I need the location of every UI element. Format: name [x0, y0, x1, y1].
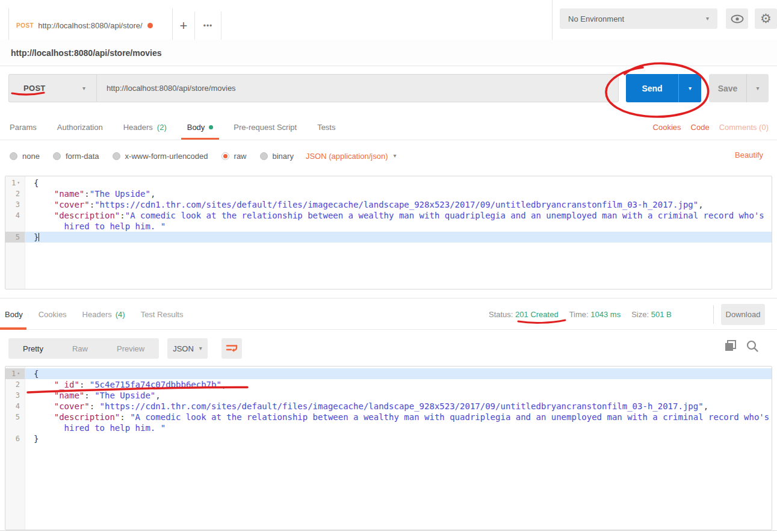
save-button[interactable]: Save: [709, 74, 746, 102]
cookies-link[interactable]: Cookies: [653, 123, 681, 132]
method-select[interactable]: POST ▾: [8, 74, 96, 102]
code-link[interactable]: Code: [691, 123, 710, 132]
request-body-editor[interactable]: 1▾{2 "name":"The Upside",3 "cover":"http…: [5, 176, 772, 289]
line-number-value: 3: [16, 199, 20, 210]
line-number-value: 6: [16, 433, 20, 444]
comments-0-link[interactable]: Comments (0): [719, 123, 769, 132]
token-key: "description": [54, 412, 120, 422]
radio-icon: [10, 152, 17, 160]
line-number-value: 4: [16, 210, 20, 221]
environment-quicklook-button[interactable]: [726, 8, 748, 29]
download-button[interactable]: Download: [721, 304, 765, 325]
token-str: "https://cdn1.thr.com/sites/default/file…: [94, 200, 698, 209]
token-key: "cover": [54, 401, 90, 411]
settings-button[interactable]: ⚙: [755, 8, 777, 29]
code-line[interactable]: 6}: [5, 433, 772, 444]
code-line[interactable]: 2 "name":"The Upside",: [5, 188, 772, 199]
save-options-button[interactable]: ▾: [746, 74, 769, 102]
line-number: [5, 221, 25, 232]
line-number: 4: [5, 401, 25, 412]
size-label: Size:: [631, 310, 649, 319]
body-type-binary[interactable]: binary: [260, 152, 294, 161]
fold-caret-icon[interactable]: ▾: [17, 178, 20, 188]
chevron-down-icon: ▾: [756, 85, 759, 91]
body-type-form-data[interactable]: form-data: [53, 152, 99, 161]
wrap-lines-button[interactable]: [221, 338, 242, 359]
response-tab-cookies[interactable]: Cookies: [39, 298, 67, 330]
response-status-group: Status: 201 Created Time: 1043 ms Size: …: [489, 298, 672, 330]
eye-icon: [731, 14, 744, 23]
beautify-link[interactable]: Beautify: [735, 150, 763, 159]
gear-icon: ⚙: [760, 11, 772, 26]
token-pun: :: [84, 391, 94, 400]
token-key: "cover": [54, 200, 90, 209]
line-number: 6: [5, 433, 25, 444]
tab-body[interactable]: Body: [186, 114, 215, 140]
search-response-button[interactable]: [746, 339, 759, 355]
line-number-value: 3: [16, 390, 20, 401]
token-pun: ,: [150, 189, 155, 199]
response-tab-test-results[interactable]: Test Results: [141, 298, 184, 330]
code-line[interactable]: 3 "name": "The Upside",: [5, 390, 772, 401]
code-line[interactable]: 1▾{: [5, 178, 772, 188]
token-str: "https://cdn1.thr.com/sites/default/file…: [100, 401, 704, 411]
view-preview[interactable]: Preview: [102, 338, 159, 359]
line-number-value: 2: [16, 188, 20, 199]
token-pln: [34, 391, 54, 400]
tab-headers[interactable]: Headers(2): [122, 114, 168, 140]
line-number-value: 1: [11, 178, 16, 188]
request-tabs-row: ParamsAuthorizationHeaders(2)BodyPre-req…: [0, 114, 777, 140]
view-raw[interactable]: Raw: [58, 338, 102, 359]
line-number: 3: [5, 390, 25, 401]
fold-caret-icon[interactable]: ▾: [17, 368, 20, 379]
text-cursor: [39, 233, 39, 241]
environment-select[interactable]: No Environment ▾: [560, 8, 717, 29]
tab-label: Test Results: [141, 310, 184, 319]
code-text: "cover":"https://cdn1.thr.com/sites/defa…: [25, 199, 704, 210]
tab-authorization[interactable]: Authorization: [56, 114, 104, 140]
token-pln: [34, 189, 54, 199]
response-view-bar: PrettyRawPreview JSON ▾: [0, 330, 777, 366]
radio-label: none: [22, 152, 40, 161]
chevron-down-icon: ▾: [82, 85, 85, 91]
code-line[interactable]: 4 "cover": "https://cdn1.thr.com/sites/d…: [5, 401, 772, 412]
tab-pre-request-script[interactable]: Pre-request Script: [232, 114, 298, 140]
format-select[interactable]: JSON ▾: [167, 338, 208, 359]
request-tab[interactable]: POST http://localhost:8080/api/store/: [8, 8, 173, 40]
body-type-none[interactable]: none: [10, 152, 40, 161]
body-type-raw[interactable]: raw: [221, 152, 247, 161]
search-icon: [746, 339, 759, 353]
status-value: 201 Created: [515, 310, 559, 319]
send-button[interactable]: Send: [626, 74, 678, 102]
line-number: 1▾: [5, 368, 25, 379]
body-set-dot-icon: [209, 125, 213, 129]
copy-response-button[interactable]: [724, 339, 737, 355]
send-options-button[interactable]: ▾: [678, 74, 701, 102]
code-line[interactable]: 4 "description":"A comedic look at the r…: [5, 210, 772, 221]
code-line[interactable]: 3 "cover":"https://cdn1.thr.com/sites/de…: [5, 199, 772, 210]
code-line[interactable]: 2 "_id": "5c4e715fa74c07dbbb6ecb7b",: [5, 379, 772, 390]
line-number-value: 5: [16, 232, 20, 243]
body-type-x-www-form-urlencoded[interactable]: x-www-form-urlencoded: [113, 152, 208, 161]
content-type-select[interactable]: JSON (application/json)▾: [306, 152, 397, 161]
view-pretty[interactable]: Pretty: [8, 338, 58, 359]
tab-options-button[interactable]: •••: [195, 11, 221, 40]
response-tab-headers[interactable]: Headers(4): [82, 298, 125, 330]
code-line[interactable]: hired to help him. ": [5, 221, 772, 232]
token-pun: ,: [221, 380, 226, 389]
new-tab-button[interactable]: +: [173, 11, 195, 40]
response-tab-body[interactable]: Body: [5, 298, 23, 330]
token-pln: [34, 401, 54, 411]
code-line[interactable]: hired to help him. ": [5, 422, 772, 433]
url-input[interactable]: http://localhost:8080/api/store/movies: [96, 74, 619, 102]
code-line[interactable]: 1▾{: [5, 368, 772, 379]
tab-params[interactable]: Params: [8, 114, 38, 140]
body-type-options: noneform-datax-www-form-urlencodedrawbin…: [10, 140, 397, 172]
tab-tests[interactable]: Tests: [316, 114, 336, 140]
code-line[interactable]: 5}: [5, 232, 772, 243]
code-line[interactable]: 5 "description": "A comedic look at the …: [5, 412, 772, 422]
request-title: http://localhost:8080/api/store/movies: [11, 48, 162, 58]
response-body-editor: 1▾{2 "_id": "5c4e715fa74c07dbbb6ecb7b",3…: [5, 366, 772, 530]
format-value: JSON: [173, 344, 194, 353]
token-pln: [34, 200, 54, 209]
